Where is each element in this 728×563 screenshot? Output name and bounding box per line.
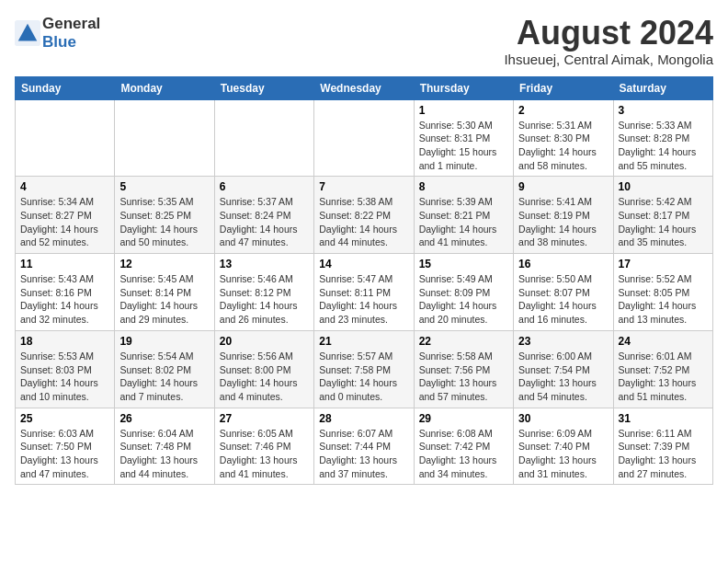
day-info: Sunrise: 5:43 AMSunset: 8:16 PMDaylight:… [20, 272, 109, 327]
day-info: Sunrise: 6:07 AMSunset: 7:44 PMDaylight:… [319, 427, 408, 481]
calendar-week-row: 25Sunrise: 6:03 AMSunset: 7:50 PMDayligh… [16, 408, 713, 485]
calendar-cell: 23Sunrise: 6:00 AMSunset: 7:54 PMDayligh… [514, 330, 613, 408]
day-number: 19 [119, 335, 209, 348]
weekday-header-wednesday: Wednesday [314, 76, 414, 99]
day-number: 26 [119, 412, 209, 425]
calendar-cell: 27Sunrise: 6:05 AMSunset: 7:46 PMDayligh… [214, 408, 313, 485]
calendar-cell: 24Sunrise: 6:01 AMSunset: 7:52 PMDayligh… [613, 330, 712, 408]
day-info: Sunrise: 6:00 AMSunset: 7:54 PMDaylight:… [518, 350, 608, 404]
calendar-cell: 16Sunrise: 5:50 AMSunset: 8:07 PMDayligh… [514, 254, 613, 331]
day-number: 15 [419, 258, 508, 270]
calendar-cell: 12Sunrise: 5:45 AMSunset: 8:14 PMDayligh… [115, 254, 214, 331]
calendar-cell: 10Sunrise: 5:42 AMSunset: 8:17 PMDayligh… [613, 177, 712, 254]
day-number: 16 [518, 258, 608, 270]
calendar-cell [214, 99, 313, 177]
day-info: Sunrise: 5:47 AMSunset: 8:11 PMDaylight:… [319, 272, 408, 327]
location-subtitle: Ihsueuej, Central Aimak, Mongolia [504, 52, 713, 67]
weekday-header-row: SundayMondayTuesdayWednesdayThursdayFrid… [16, 76, 713, 99]
calendar-cell: 13Sunrise: 5:46 AMSunset: 8:12 PMDayligh… [214, 254, 313, 331]
day-number: 28 [319, 412, 408, 425]
calendar-cell: 11Sunrise: 5:43 AMSunset: 8:16 PMDayligh… [16, 254, 115, 331]
day-number: 29 [419, 412, 508, 425]
day-number: 14 [319, 258, 408, 270]
day-number: 30 [518, 412, 608, 425]
logo: General Blue [15, 15, 100, 52]
logo-general-text: General [42, 15, 100, 32]
calendar-cell: 22Sunrise: 5:58 AMSunset: 7:56 PMDayligh… [414, 330, 513, 408]
day-info: Sunrise: 6:05 AMSunset: 7:46 PMDaylight:… [220, 427, 309, 481]
calendar-week-row: 18Sunrise: 5:53 AMSunset: 8:03 PMDayligh… [16, 330, 713, 408]
calendar-cell: 28Sunrise: 6:07 AMSunset: 7:44 PMDayligh… [314, 408, 414, 485]
weekday-header-friday: Friday [514, 76, 613, 99]
logo-blue-text: Blue [42, 33, 76, 51]
day-number: 3 [619, 104, 708, 117]
day-number: 11 [20, 258, 109, 270]
day-number: 4 [20, 180, 109, 193]
calendar-cell: 18Sunrise: 5:53 AMSunset: 8:03 PMDayligh… [16, 330, 115, 408]
weekday-header-monday: Monday [115, 76, 214, 99]
day-info: Sunrise: 5:33 AMSunset: 8:28 PMDaylight:… [619, 119, 708, 173]
day-info: Sunrise: 5:42 AMSunset: 8:17 PMDaylight:… [619, 195, 708, 249]
day-info: Sunrise: 5:49 AMSunset: 8:09 PMDaylight:… [419, 272, 508, 327]
calendar-cell: 26Sunrise: 6:04 AMSunset: 7:48 PMDayligh… [115, 408, 214, 485]
day-number: 1 [419, 104, 508, 117]
day-info: Sunrise: 5:54 AMSunset: 8:02 PMDaylight:… [119, 350, 209, 404]
calendar-cell: 9Sunrise: 5:41 AMSunset: 8:19 PMDaylight… [514, 177, 613, 254]
calendar-cell: 29Sunrise: 6:08 AMSunset: 7:42 PMDayligh… [414, 408, 513, 485]
calendar-cell: 19Sunrise: 5:54 AMSunset: 8:02 PMDayligh… [115, 330, 214, 408]
calendar-cell: 17Sunrise: 5:52 AMSunset: 8:05 PMDayligh… [613, 254, 712, 331]
title-block: August 2024 Ihsueuej, Central Aimak, Mon… [504, 15, 713, 67]
calendar-cell: 6Sunrise: 5:37 AMSunset: 8:24 PMDaylight… [214, 177, 313, 254]
calendar-week-row: 1Sunrise: 5:30 AMSunset: 8:31 PMDaylight… [16, 99, 713, 177]
day-info: Sunrise: 5:57 AMSunset: 7:58 PMDaylight:… [319, 350, 408, 404]
day-number: 21 [319, 335, 408, 348]
day-info: Sunrise: 5:58 AMSunset: 7:56 PMDaylight:… [419, 350, 508, 404]
day-info: Sunrise: 5:50 AMSunset: 8:07 PMDaylight:… [518, 272, 608, 327]
day-info: Sunrise: 5:56 AMSunset: 8:00 PMDaylight:… [220, 350, 309, 404]
day-number: 2 [518, 104, 608, 117]
day-info: Sunrise: 5:38 AMSunset: 8:22 PMDaylight:… [319, 195, 408, 249]
day-number: 13 [220, 258, 309, 270]
calendar-cell: 5Sunrise: 5:35 AMSunset: 8:25 PMDaylight… [115, 177, 214, 254]
day-info: Sunrise: 5:31 AMSunset: 8:30 PMDaylight:… [518, 119, 608, 173]
calendar-cell: 7Sunrise: 5:38 AMSunset: 8:22 PMDaylight… [314, 177, 414, 254]
day-number: 7 [319, 180, 408, 193]
day-number: 24 [619, 335, 708, 348]
calendar-cell [115, 99, 214, 177]
weekday-header-saturday: Saturday [613, 76, 712, 99]
day-number: 18 [20, 335, 109, 348]
day-number: 20 [220, 335, 309, 348]
day-info: Sunrise: 5:34 AMSunset: 8:27 PMDaylight:… [20, 195, 109, 249]
calendar-cell: 31Sunrise: 6:11 AMSunset: 7:39 PMDayligh… [613, 408, 712, 485]
logo-icon [15, 20, 40, 46]
calendar-cell: 21Sunrise: 5:57 AMSunset: 7:58 PMDayligh… [314, 330, 414, 408]
day-info: Sunrise: 5:53 AMSunset: 8:03 PMDaylight:… [20, 350, 109, 404]
day-number: 23 [518, 335, 608, 348]
day-number: 25 [20, 412, 109, 425]
calendar-table: SundayMondayTuesdayWednesdayThursdayFrid… [15, 76, 713, 486]
calendar-cell [314, 99, 414, 177]
calendar-week-row: 4Sunrise: 5:34 AMSunset: 8:27 PMDaylight… [16, 177, 713, 254]
day-number: 27 [220, 412, 309, 425]
calendar-cell: 3Sunrise: 5:33 AMSunset: 8:28 PMDaylight… [613, 99, 712, 177]
calendar-cell: 15Sunrise: 5:49 AMSunset: 8:09 PMDayligh… [414, 254, 513, 331]
day-info: Sunrise: 5:41 AMSunset: 8:19 PMDaylight:… [518, 195, 608, 249]
weekday-header-tuesday: Tuesday [214, 76, 313, 99]
day-number: 31 [619, 412, 708, 425]
day-info: Sunrise: 6:04 AMSunset: 7:48 PMDaylight:… [119, 427, 209, 481]
day-number: 8 [419, 180, 508, 193]
calendar-cell: 2Sunrise: 5:31 AMSunset: 8:30 PMDaylight… [514, 99, 613, 177]
day-number: 17 [619, 258, 708, 270]
day-number: 5 [119, 180, 209, 193]
day-info: Sunrise: 6:09 AMSunset: 7:40 PMDaylight:… [518, 427, 608, 481]
calendar-week-row: 11Sunrise: 5:43 AMSunset: 8:16 PMDayligh… [16, 254, 713, 331]
calendar-cell: 14Sunrise: 5:47 AMSunset: 8:11 PMDayligh… [314, 254, 414, 331]
page-header: General Blue August 2024 Ihsueuej, Centr… [15, 15, 713, 67]
day-info: Sunrise: 5:39 AMSunset: 8:21 PMDaylight:… [419, 195, 508, 249]
calendar-cell: 20Sunrise: 5:56 AMSunset: 8:00 PMDayligh… [214, 330, 313, 408]
day-info: Sunrise: 6:08 AMSunset: 7:42 PMDaylight:… [419, 427, 508, 481]
day-info: Sunrise: 5:52 AMSunset: 8:05 PMDaylight:… [619, 272, 708, 327]
day-info: Sunrise: 5:45 AMSunset: 8:14 PMDaylight:… [119, 272, 209, 327]
calendar-cell: 30Sunrise: 6:09 AMSunset: 7:40 PMDayligh… [514, 408, 613, 485]
calendar-cell: 1Sunrise: 5:30 AMSunset: 8:31 PMDaylight… [414, 99, 513, 177]
